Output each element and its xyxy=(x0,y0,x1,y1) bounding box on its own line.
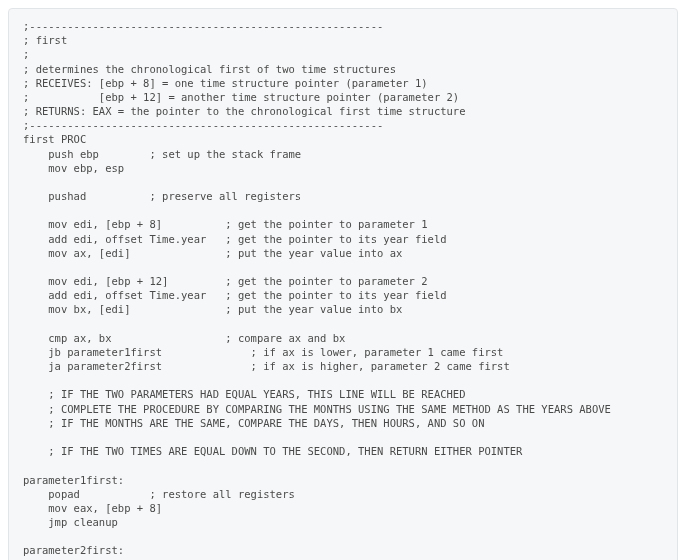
assembly-code-block: ;---------------------------------------… xyxy=(8,8,678,560)
assembly-code-content: ;---------------------------------------… xyxy=(23,20,611,560)
